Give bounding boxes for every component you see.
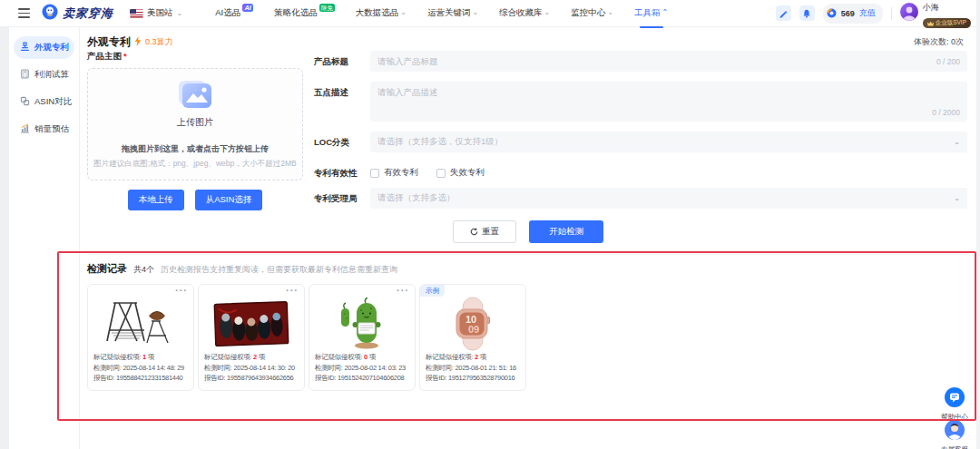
record-card[interactable]: ··· 标记疑似侵权项: 1 项 检测时间: 2025-08-14 14: 48… bbox=[87, 284, 194, 391]
detect-time: 2025-08-14 14: 48: 29 bbox=[122, 364, 184, 372]
product-desc-textarea[interactable] bbox=[370, 82, 967, 122]
nav-collections[interactable]: 综合收藏库 ⌄ bbox=[499, 7, 550, 19]
page-title: 外观专利 bbox=[87, 34, 131, 50]
example-badge: 示例 bbox=[420, 285, 445, 297]
chevron-down-icon: ⌄ bbox=[544, 9, 551, 16]
drag-hint: 拖拽图片到这里，或者点击下方按钮上传 bbox=[122, 143, 269, 155]
nav-toolbox[interactable]: 工具箱 ⌃ bbox=[634, 7, 668, 19]
infringement-line: 标记疑似侵权项: 2 项 bbox=[426, 352, 520, 363]
us-flag-icon bbox=[130, 9, 143, 18]
upload-text: 上传图片 bbox=[177, 116, 213, 129]
hamburger-menu-icon[interactable] bbox=[18, 8, 30, 18]
sidebar-item-label: ASIN对比 bbox=[34, 96, 72, 108]
detect-time: 2025-08-14 14: 30: 20 bbox=[233, 364, 295, 372]
app-logo[interactable]: 卖家穿海 bbox=[42, 4, 113, 24]
infringement-count: 2 bbox=[253, 353, 257, 361]
validity-options: 有效专利 失效专利 bbox=[370, 162, 967, 179]
format-hint: 图片建议白底图;格式：png、jpeg、webp，大小不超过2MB bbox=[88, 159, 301, 170]
upload-buttons: 本地上传 从ASIN选择 bbox=[87, 190, 303, 210]
form-actions: 重置 开始检测 bbox=[80, 220, 976, 243]
left-gutter bbox=[0, 27, 9, 449]
image-dropzone[interactable]: 上传图片 拖拽图片到这里，或者点击下方按钮上传 图片建议白底图;格式：png、j… bbox=[87, 68, 303, 181]
bell-icon bbox=[802, 5, 811, 22]
reset-button[interactable]: 重置 bbox=[453, 220, 516, 243]
record-card-example[interactable]: 示例 1009 标记疑似侵权项: 2 项 检测时间: 2025-08-01 21… bbox=[419, 284, 526, 391]
office-placeholder: 请选择（支持多选） bbox=[377, 192, 456, 204]
chevron-down-icon: ⌄ bbox=[607, 9, 613, 16]
report-id: 1955879643934662656 bbox=[227, 374, 294, 382]
app-window: 卖家穿海 美国站 ⌄ AI选品 AI 策略化选品 限免 大数据选品 ⌄ 运营关键… bbox=[0, 0, 980, 449]
nav-label: AI选品 bbox=[215, 7, 240, 19]
start-detect-button[interactable]: 开始检测 bbox=[529, 220, 603, 243]
local-upload-button[interactable]: 本地上传 bbox=[128, 190, 184, 210]
report-id-line: 报告ID: 1955884212331581440 bbox=[93, 373, 188, 384]
upload-section: 产品主图* 上传图片 拖拽图片到这里，或者点击下方按钮上传 图片建议白底图;格式… bbox=[87, 51, 303, 210]
recharge-link[interactable]: 充值 bbox=[859, 7, 876, 19]
desc-field-label: 五点描述 bbox=[314, 82, 370, 122]
validity-field-label: 专利有效性 bbox=[314, 162, 370, 180]
patent-office-select[interactable]: 请选择（支持多选） ⌄ bbox=[370, 188, 967, 209]
free-badge: 限免 bbox=[319, 4, 335, 12]
records-hint: 历史检测报告支持重复阅读，但需要获取最新专利信息需重新查询 bbox=[161, 264, 397, 276]
valid-patent-label: 有效专利 bbox=[384, 167, 418, 179]
help-center-button[interactable]: 帮助中心 bbox=[931, 387, 978, 422]
more-menu-icon[interactable]: ··· bbox=[175, 285, 188, 296]
nav-label: 策略化选品 bbox=[274, 7, 318, 19]
customer-service-button[interactable]: 专属客服 bbox=[931, 420, 978, 449]
loc-category-select[interactable]: 请选择（支持多选，仅支持1级） ⌄ bbox=[370, 132, 967, 152]
valid-patent-option[interactable]: 有效专利 bbox=[370, 167, 418, 179]
more-menu-icon[interactable]: ··· bbox=[397, 285, 409, 296]
sidebar-item-asin-compare[interactable]: ASIN对比 bbox=[14, 91, 74, 113]
record-card[interactable]: ··· 标记疑似侵权项: 2 项 检测时间: 2025-08-14 14: 30… bbox=[198, 284, 305, 391]
desc-char-counter: 0 / 2000 bbox=[932, 108, 960, 117]
chevron-down-icon: ⌄ bbox=[954, 139, 960, 146]
card-image-saddle-stand bbox=[93, 296, 188, 352]
scrollbar[interactable] bbox=[976, 0, 980, 449]
site-selector[interactable]: 美国站 ⌄ bbox=[130, 7, 182, 19]
expired-patent-option[interactable]: 失效专利 bbox=[436, 167, 485, 179]
feedback-edit-button[interactable] bbox=[776, 5, 791, 21]
main-image-label: 产品主图* bbox=[87, 51, 303, 63]
nav-label: 监控中心 bbox=[571, 7, 605, 19]
sidebar: 外观专利 利润试算 ASIN对比 销量预估 bbox=[9, 27, 80, 449]
checkbox-expired-patent[interactable] bbox=[436, 169, 446, 178]
svg-text:09: 09 bbox=[468, 324, 479, 335]
nav-ai-pick[interactable]: AI选品 AI bbox=[215, 7, 253, 19]
checkbox-valid-patent[interactable] bbox=[370, 169, 379, 178]
title-char-counter: 0 / 200 bbox=[936, 57, 960, 66]
record-card[interactable]: ··· 标记疑似侵权项: 0 项 检测时间: 2025-08-02 14: 03… bbox=[309, 284, 416, 391]
infringement-count: 2 bbox=[475, 353, 478, 361]
sidebar-item-sales-forecast[interactable]: 销量预估 bbox=[14, 118, 74, 141]
sidebar-item-design-patent[interactable]: 外观专利 bbox=[14, 36, 74, 59]
nav-label: 综合收藏库 bbox=[499, 7, 543, 19]
loc-placeholder: 请选择（支持多选，仅支持1级） bbox=[377, 136, 503, 148]
user-menu[interactable]: 小海 企业版SVIP bbox=[900, 0, 971, 30]
sidebar-item-profit-calc[interactable]: 利润试算 bbox=[14, 63, 74, 86]
from-asin-button[interactable]: 从ASIN选择 bbox=[195, 190, 263, 210]
main-content: 外观专利 0.3算力 体验次数: 0次 产品主图* 上传图片 拖拽图片到这里，或… bbox=[80, 27, 976, 449]
detect-time-line: 检测时间: 2025-08-14 14: 30: 20 bbox=[204, 363, 299, 374]
pencil-icon bbox=[779, 5, 788, 22]
upload-image-icon bbox=[178, 80, 212, 112]
loc-field-label: LOC分类 bbox=[314, 132, 370, 152]
page-header: 外观专利 0.3算力 体验次数: 0次 bbox=[87, 34, 964, 50]
crown-icon bbox=[927, 21, 934, 26]
vip-badge: 企业版SVIP bbox=[923, 18, 971, 27]
nav-strategy-pick[interactable]: 策略化选品 限免 bbox=[274, 7, 335, 19]
product-title-input[interactable] bbox=[370, 51, 967, 72]
nav-bigdata-pick[interactable]: 大数据选品 ⌄ bbox=[356, 7, 407, 19]
sidebar-item-label: 利润试算 bbox=[34, 69, 69, 81]
nav-keywords[interactable]: 运营关键词 ⌄ bbox=[427, 7, 478, 19]
more-menu-icon[interactable]: ··· bbox=[286, 285, 299, 296]
infringement-line: 标记疑似侵权项: 2 项 bbox=[204, 352, 299, 363]
infringement-count: 0 bbox=[364, 353, 368, 361]
detect-time-line: 检测时间: 2025-08-14 14: 48: 29 bbox=[93, 363, 188, 374]
notifications-button[interactable] bbox=[799, 5, 815, 21]
credits-pill[interactable]: 569 充值 bbox=[823, 4, 883, 24]
expired-patent-label: 失效专利 bbox=[450, 167, 485, 179]
nav-monitor-center[interactable]: 监控中心 ⌄ bbox=[571, 7, 613, 19]
title-field-label: 产品标题 bbox=[314, 51, 370, 72]
customer-service-label: 专属客服 bbox=[931, 445, 978, 449]
site-label: 美国站 bbox=[147, 7, 173, 19]
help-center-icon bbox=[945, 395, 965, 410]
